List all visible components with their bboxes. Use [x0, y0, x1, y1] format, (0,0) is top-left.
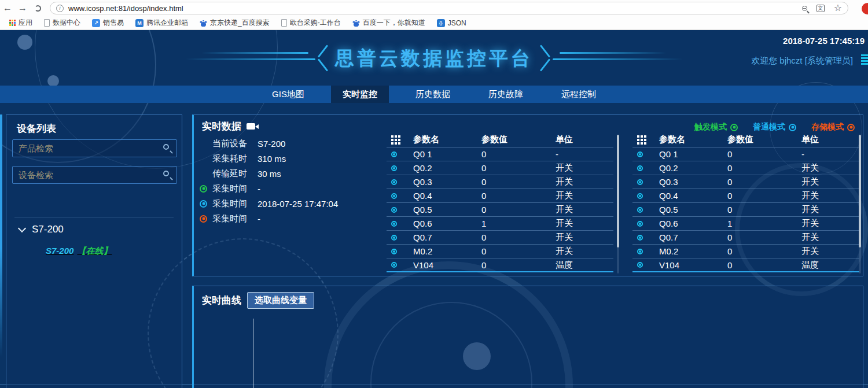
tree-node-s7-200[interactable]: S7-200 — [19, 224, 64, 235]
param-name: M0.2 — [659, 246, 727, 256]
forward-icon[interactable]: → — [15, 3, 30, 13]
target-icon[interactable] — [391, 179, 397, 185]
target-icon[interactable] — [637, 221, 643, 227]
tree-leaf-s7-200-online[interactable]: S7-200【在线】 — [46, 246, 112, 257]
param-name: Q0.2 — [659, 163, 727, 173]
info-label: 采集耗时 — [212, 153, 258, 164]
target-icon[interactable] — [391, 249, 397, 254]
blue-target-icon — [200, 200, 207, 208]
app-page: 2018-07-25 17:45:19 思普云数据监控平台 欢迎您 bjhczt… — [0, 30, 868, 388]
grid-icon[interactable] — [391, 135, 400, 145]
bookmark-apps[interactable]: 应用 — [5, 17, 37, 29]
zoom-out-icon[interactable] — [802, 6, 807, 11]
scrollbar-right-table[interactable] — [859, 135, 861, 274]
target-icon[interactable] — [391, 207, 397, 213]
site-info-icon[interactable]: i — [56, 5, 64, 12]
col-header: 单位 — [556, 134, 613, 145]
info-value: - — [258, 214, 260, 224]
bookmark-item[interactable]: M 腾讯企业邮箱 — [131, 17, 193, 29]
url-bar[interactable]: i www.icosp.net:81/idosp/index.html 文 ☆ — [50, 2, 848, 14]
header-clock: 2018-07-25 17:45:19 — [783, 36, 865, 46]
param-unit: 开关 — [556, 218, 613, 229]
param-value: 0 — [727, 177, 801, 187]
param-unit: 温度 — [801, 260, 859, 271]
search-icon[interactable] — [163, 144, 169, 150]
param-unit: 开关 — [801, 218, 859, 229]
table-header: 参数名 参数值 单位 — [632, 132, 859, 147]
welcome-text: 欢迎您 bjhczt [系统管理员] — [751, 56, 853, 66]
table-row: V104 0 温度 — [632, 258, 859, 272]
target-icon[interactable] — [391, 235, 397, 241]
target-icon[interactable] — [391, 151, 397, 157]
tab-history-data[interactable]: 历史数据 — [404, 86, 462, 103]
target-icon[interactable] — [637, 262, 643, 268]
bookmark-item[interactable]: 京东快递_百度搜索 — [195, 17, 274, 29]
param-name: V104 — [659, 260, 727, 270]
table-row: M0.2 0 开关 — [632, 245, 859, 258]
storage-mode-button[interactable]: 存储模式 — [811, 122, 855, 132]
reload-icon[interactable] — [30, 3, 45, 13]
param-unit: 开关 — [801, 204, 859, 215]
chart-y-axis — [253, 319, 253, 388]
param-unit: 开关 — [801, 246, 859, 257]
product-search-input[interactable] — [12, 139, 177, 157]
bookmark-item[interactable]: 欧台采购-工作台 — [277, 17, 345, 29]
target-icon[interactable] — [637, 235, 643, 241]
normal-mode-button[interactable]: 普通模式 — [753, 122, 796, 132]
param-value: 0 — [481, 149, 556, 159]
bookmark-star-icon[interactable]: ☆ — [834, 4, 842, 12]
bookmarks-bar: 应用 数据中心 ↗ 销售易 M 腾讯企业邮箱 京东快递_百度搜索 欧台采购-工作… — [0, 16, 868, 30]
browser-toolbar: ← → i www.icosp.net:81/idosp/index.html … — [0, 0, 868, 16]
param-unit: 开关 — [556, 246, 613, 257]
table-row: M0.2 0 开关 — [387, 245, 613, 258]
camera-icon[interactable] — [247, 123, 255, 130]
bookmark-item[interactable]: 百度一下，你就知道 — [348, 17, 430, 29]
search-icon[interactable] — [163, 171, 169, 176]
table-row: Q0.5 0 开关 — [387, 203, 613, 217]
translate-icon[interactable]: 文 — [816, 5, 825, 12]
target-icon[interactable] — [637, 165, 643, 171]
target-icon[interactable] — [637, 249, 643, 254]
target-icon[interactable] — [391, 262, 397, 268]
bookmark-label: 数据中心 — [53, 18, 80, 28]
bookmark-label: 腾讯企业邮箱 — [146, 18, 188, 28]
param-name: Q0.6 — [413, 219, 481, 228]
param-unit: 开关 — [556, 162, 613, 173]
col-header: 参数值 — [481, 134, 556, 145]
table-row: Q0.4 0 开关 — [387, 189, 613, 203]
back-icon[interactable]: ← — [0, 3, 15, 13]
tab-history-fault[interactable]: 历史故障 — [477, 86, 535, 103]
target-icon — [847, 124, 855, 131]
target-icon[interactable] — [637, 179, 643, 185]
param-value: 1 — [727, 219, 801, 228]
apps-grid-icon — [9, 20, 16, 26]
bookmark-item[interactable]: 数据中心 — [39, 17, 85, 29]
menu-icon[interactable] — [861, 54, 868, 67]
paw-icon — [354, 22, 359, 27]
device-search-input[interactable] — [12, 166, 177, 184]
tab-realtime-monitor[interactable]: 实时监控 — [331, 86, 389, 103]
url-text[interactable]: www.icosp.net:81/idosp/index.html — [68, 4, 183, 13]
target-icon[interactable] — [637, 193, 643, 199]
info-label: 当前设备 — [212, 138, 258, 149]
trigger-mode-button[interactable]: 触发模式 — [694, 122, 738, 132]
bookmark-item[interactable]: {} JSON — [432, 17, 471, 29]
tab-gis-map[interactable]: GIS地图 — [260, 86, 316, 103]
bookmark-item[interactable]: ↗ 销售易 — [87, 17, 128, 29]
info-value: - — [258, 184, 260, 194]
target-icon[interactable] — [637, 207, 643, 213]
param-value: 0 — [481, 191, 556, 201]
profile-avatar[interactable] — [862, 3, 868, 14]
target-icon[interactable] — [637, 151, 643, 157]
target-icon[interactable] — [391, 221, 397, 227]
page-icon — [44, 19, 50, 27]
grid-icon[interactable] — [637, 135, 646, 145]
bookmark-label: JSON — [448, 19, 466, 27]
select-curve-variable-button[interactable]: 选取曲线变量 — [247, 292, 314, 309]
device-link[interactable]: S7-200 — [46, 246, 73, 256]
chevron-down-icon[interactable] — [18, 224, 26, 232]
tab-remote-control[interactable]: 远程控制 — [550, 86, 608, 103]
target-icon[interactable] — [391, 165, 397, 171]
target-icon[interactable] — [391, 193, 397, 199]
scrollbar-left-table[interactable] — [617, 135, 619, 274]
